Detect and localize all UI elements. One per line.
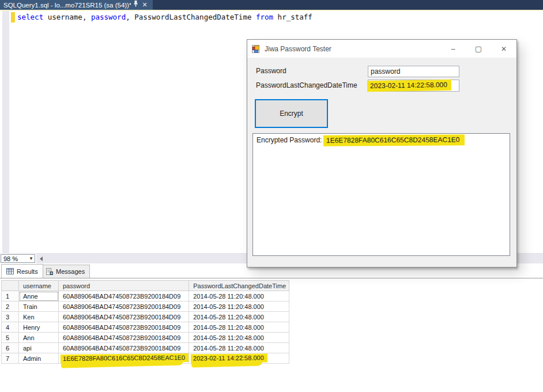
grid-cell-username[interactable]: Admin [19, 353, 59, 364]
grid-cell-rownum[interactable]: 7 [2, 353, 19, 364]
scroll-left-arrow-icon[interactable] [40, 257, 43, 261]
encrypt-button-label: Encrypt [280, 110, 303, 118]
encrypted-output-box[interactable]: Encrypted Password: 1E6E7828FA80C616C65C… [252, 133, 510, 256]
grid-cell-password[interactable]: 60A889064BAD474508723B9200184D09 [59, 322, 189, 333]
results-grid: username password PasswordLastChangedDat… [1, 280, 289, 364]
datetime-field[interactable]: 2023-02-11 14:22:58.000 [368, 80, 459, 92]
dialog-close-button[interactable]: ✕ [491, 40, 516, 58]
tab-close-icon[interactable]: ✕ [140, 0, 149, 10]
document-tab[interactable]: SQLQuery1.sql - lo...mo721SR15 (sa (54))… [0, 0, 153, 10]
grid-row: 1Anne60A889064BAD474508723B9200184D09201… [2, 291, 289, 301]
grid-row: 3Ken60A889064BAD474508723B9200184D092014… [2, 312, 289, 322]
encrypted-output-hash: 1E6E7828FA80C616C65C8D2458EAC1E0 [323, 134, 465, 146]
datetime-field-value: 2023-02-11 14:22:58.000 [367, 80, 451, 92]
grid-row: 6api60A889064BAD474508723B9200184D092014… [2, 343, 289, 353]
table-grid-icon [6, 268, 14, 274]
pin-icon[interactable] [131, 0, 140, 10]
grid-cell-rownum[interactable]: 3 [2, 312, 19, 322]
grid-cell-changed[interactable]: 2014-05-28 11:20:48.000 [189, 343, 289, 353]
grid-header-password[interactable]: password [59, 281, 189, 291]
dialog-title: Jiwa Password Tester [265, 45, 440, 53]
dialog-maximize-button[interactable]: ▢ [466, 40, 491, 58]
grid-cell-password[interactable]: 60A889064BAD474508723B9200184D09 [59, 301, 189, 312]
grid-cell-changed[interactable]: 2014-05-28 11:20:48.000 [189, 312, 289, 322]
sql-token: , [82, 13, 91, 21]
sql-code-line[interactable]: select username, password, PasswordLastC… [17, 13, 312, 21]
sql-token: username [48, 13, 82, 21]
grid-cell-username[interactable]: Anne [19, 291, 59, 301]
grid-cell-changed[interactable]: 2014-05-28 11:20:48.000 [189, 322, 289, 333]
document-icon [46, 268, 53, 275]
dialog-titlebar[interactable]: Jiwa Password Tester – ▢ ✕ [247, 40, 516, 58]
zoom-level-value: 98 % [1, 255, 28, 262]
tab-messages[interactable]: Messages [41, 265, 90, 278]
grid-row: 5Ann60A889064BAD474508723B9200184D092014… [2, 333, 289, 343]
grid-cell-password[interactable]: 60A889064BAD474508723B9200184D09 [59, 343, 189, 353]
results-grid-pane: username password PasswordLastChangedDat… [0, 278, 543, 392]
grid-row: 4Henry60A889064BAD474508723B9200184D0920… [2, 322, 289, 333]
sql-token: select [17, 13, 48, 21]
grid-cell-changed[interactable]: 2014-05-28 11:20:48.000 [189, 291, 289, 301]
grid-cell-username[interactable]: Henry [19, 322, 59, 333]
sql-token: hr_staff [273, 13, 312, 21]
grid-cell-changed[interactable]: 2014-05-28 11:20:48.000 [189, 333, 289, 343]
grid-row: 2Train60A889064BAD474508723B9200184D0920… [2, 301, 289, 312]
grid-cell-password-highlighted: 1E6E7828FA80C616C65C8D2458EAC1E0 [61, 353, 188, 363]
grid-corner-cell[interactable] [2, 281, 19, 291]
grid-cell-rownum[interactable]: 4 [2, 322, 19, 333]
grid-header-changed[interactable]: PasswordLastChangedDateTime [189, 281, 289, 291]
tab-results[interactable]: Results [1, 264, 43, 278]
encrypt-button[interactable]: Encrypt [255, 99, 328, 128]
jiwa-password-tester-dialog: Jiwa Password Tester – ▢ ✕ Password pass… [247, 39, 517, 267]
winforms-window-icon [252, 45, 261, 53]
grid-cell-changed[interactable]: 2014-05-28 11:20:48.000 [189, 301, 289, 312]
grid-header-username[interactable]: username [19, 281, 59, 291]
grid-cell-changed[interactable]: 2023-02-11 14:22:58.000 [189, 353, 289, 364]
combo-arrow-icon: ▼ [28, 256, 35, 261]
grid-cell-changed-highlighted: 2023-02-11 14:22:58.000 [191, 353, 267, 363]
grid-cell-rownum[interactable]: 5 [2, 333, 19, 343]
grid-body: 1Anne60A889064BAD474508723B9200184D09201… [2, 291, 289, 364]
grid-cell-username[interactable]: Ann [19, 333, 59, 343]
password-field[interactable]: password [368, 66, 459, 77]
grid-cell-username[interactable]: Train [19, 301, 59, 312]
grid-cell-password[interactable]: 60A889064BAD474508723B9200184D09 [59, 291, 189, 301]
password-label: Password [256, 67, 286, 75]
grid-cell-password[interactable]: 1E6E7828FA80C616C65C8D2458EAC1E0 [59, 353, 189, 364]
grid-cell-username[interactable]: api [19, 343, 59, 353]
sql-token: password [91, 13, 126, 21]
sql-token: from [256, 13, 273, 21]
grid-cell-username[interactable]: Ken [19, 312, 59, 322]
tab-results-label: Results [17, 268, 38, 275]
password-field-value: password [371, 67, 400, 76]
zoom-level-combo[interactable]: 98 % ▼ [1, 254, 35, 263]
grid-cell-rownum[interactable]: 6 [2, 343, 19, 353]
grid-cell-password[interactable]: 60A889064BAD474508723B9200184D09 [59, 312, 189, 322]
document-tabstrip: SQLQuery1.sql - lo...mo721SR15 (sa (54))… [0, 0, 543, 10]
dialog-minimize-button[interactable]: – [440, 40, 466, 58]
encrypted-output-prefix: Encrypted Password: [257, 136, 324, 144]
editor-indicator-margin [2, 11, 9, 253]
ssms-window: SQLQuery1.sql - lo...mo721SR15 (sa (54))… [0, 0, 543, 392]
grid-row: 7Admin1E6E7828FA80C616C65C8D2458EAC1E020… [2, 353, 289, 364]
datetime-label: PasswordLastChangedDateTime [256, 81, 357, 89]
grid-cell-rownum[interactable]: 2 [2, 301, 19, 312]
tab-messages-label: Messages [56, 268, 85, 275]
unsaved-change-bar [11, 12, 15, 22]
grid-cell-rownum[interactable]: 1 [2, 291, 19, 301]
grid-header-row: username password PasswordLastChangedDat… [2, 281, 289, 291]
sql-token: , PasswordLastChangedDateTime [126, 13, 256, 21]
grid-cell-password[interactable]: 60A889064BAD474508723B9200184D09 [59, 333, 189, 343]
document-tab-title: SQLQuery1.sql - lo...mo721SR15 (sa (54))… [3, 2, 131, 9]
